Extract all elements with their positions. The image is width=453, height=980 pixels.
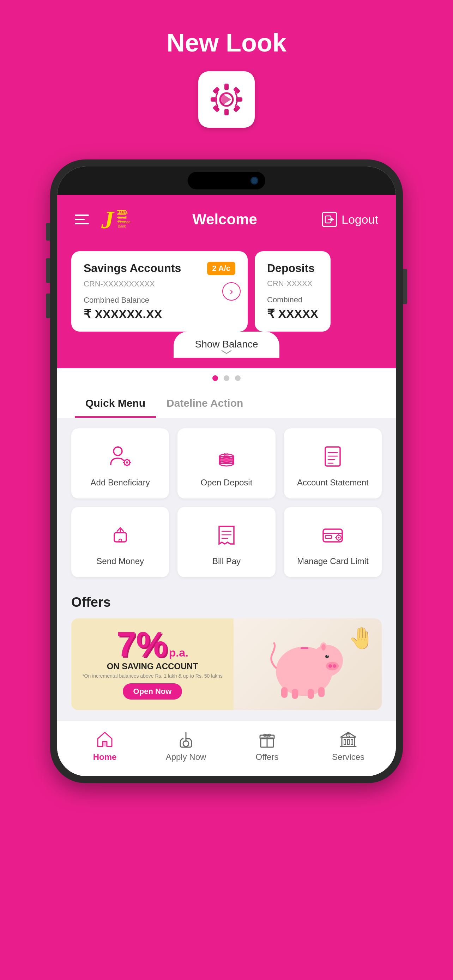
svg-point-52 [329,664,332,668]
svg-rect-72 [351,740,353,745]
open-deposit-icon: % [212,442,241,471]
tab-dateline-action[interactable]: Dateline Action [156,391,254,418]
card-header: Savings Accounts 2 A/c [84,262,235,275]
show-balance-button[interactable]: Show Balance [173,332,279,358]
svg-point-20 [114,447,122,455]
svg-point-44 [338,537,340,539]
deposits-card[interactable]: Deposits CRN-XXXXX Combined ₹ XXXXX [255,251,331,332]
deposits-type: Deposits [267,262,315,275]
app-header: J Jana Small Finance Bank [57,195,396,244]
chevron-down-icon [221,350,232,354]
send-money-button[interactable]: Send Money [71,507,169,577]
account-statement-icon [319,442,347,471]
account-crn: CRN-XXXXXXXXXX [84,279,235,289]
account-balance: ₹ XXXXXX.XX [84,307,235,321]
svg-point-51 [326,662,339,670]
header-left: J Jana Small Finance Bank [75,205,128,234]
add-beneficiary-button[interactable]: Add Beneficiary [71,428,169,498]
dateline-action-tab-label: Dateline Action [167,397,243,409]
nav-offers[interactable]: Offers [246,730,288,762]
nav-home[interactable]: Home [84,730,126,762]
offers-icon [257,730,277,749]
bank-logo-svg: J Jana Small Finance Bank [100,205,128,234]
open-deposit-label: Open Deposit [201,477,253,488]
svg-rect-1 [224,84,229,90]
hamburger-button[interactable] [75,215,89,224]
offers-section: Offers 7% p.a. ON SAVING ACCOUNT *On inc… [57,588,396,721]
volume-up-button [46,258,50,283]
deposits-crn: CRN-XXXXX [267,279,318,288]
svg-point-22 [126,461,128,463]
svg-rect-71 [348,740,349,745]
nav-services[interactable]: Services [327,730,369,762]
svg-rect-5 [212,86,220,94]
camera-dot [251,177,258,185]
add-beneficiary-label: Add Beneficiary [91,477,150,488]
carousel-dots [57,368,396,391]
svg-point-50 [311,645,343,677]
account-statement-button[interactable]: Account Statement [284,428,382,498]
manage-card-limit-button[interactable]: Manage Card Limit [284,507,382,577]
logout-label: Logout [342,213,378,226]
quick-menu-tab-label: Quick Menu [85,397,145,409]
accounts-scroll[interactable]: Savings Accounts 2 A/c CRN-XXXXXXXXXX Co… [57,251,396,332]
offers-banner[interactable]: 7% p.a. ON SAVING ACCOUNT *On incrementa… [71,619,382,710]
dot-1 [212,375,218,381]
piggy-bank-svg [262,625,353,703]
quick-menu-grid: Add Beneficiary % [57,418,396,588]
offer-left: 7% p.a. ON SAVING ACCOUNT *On incrementa… [71,619,234,710]
logout-arrow-icon [324,215,334,224]
nav-apply-now[interactable]: Apply Now [165,730,207,762]
nav-home-label: Home [93,752,117,762]
header-title: Welcome [192,211,257,228]
offer-percent: 7% [116,629,168,659]
offer-cta-button[interactable]: Open Now [123,683,183,700]
card-arrow[interactable]: › [222,282,241,301]
send-money-label: Send Money [96,555,144,566]
gear-settings-icon [207,80,246,119]
svg-point-55 [327,655,329,657]
offer-right: 🤚 [234,619,382,710]
manage-card-icon [319,521,347,549]
svg-rect-7 [212,105,220,112]
svg-rect-59 [281,687,288,698]
dot-2 [224,375,229,381]
svg-rect-8 [233,105,240,112]
svg-text:Small: Small [118,216,127,220]
logout-button[interactable]: Logout [322,212,378,227]
nav-apply-now-label: Apply Now [166,752,207,762]
home-icon [95,730,114,749]
account-statement-label: Account Statement [297,477,369,488]
svg-rect-60 [292,689,298,699]
phone-frame: J Jana Small Finance Bank [50,159,403,783]
account-badge: 2 A/c [207,262,235,275]
app-icon [198,71,255,128]
svg-text:Bank: Bank [118,224,126,228]
manage-card-limit-label: Manage Card Limit [297,555,369,566]
dynamic-island [188,172,265,189]
svg-text:Jana: Jana [118,210,128,215]
svg-text:Finance: Finance [118,220,130,224]
phone-screen: J Jana Small Finance Bank [57,167,396,776]
svg-rect-42 [325,536,332,538]
tab-quick-menu[interactable]: Quick Menu [75,391,156,418]
svg-point-54 [325,655,329,658]
savings-account-card[interactable]: Savings Accounts 2 A/c CRN-XXXXXXXXXX Co… [71,251,248,332]
svg-point-57 [321,644,326,651]
show-balance-row: Show Balance [57,332,396,368]
volume-down-button [46,294,50,318]
bill-pay-label: Bill Pay [212,555,241,566]
app-icon-inner [203,76,250,123]
bank-logo: J Jana Small Finance Bank [100,205,128,234]
bill-pay-button[interactable]: Bill Pay [178,507,275,577]
silent-button [46,223,50,240]
bill-pay-icon [212,521,241,549]
page-wrapper: New Look [0,0,453,980]
balance-label: Combined Balance [84,296,235,305]
open-deposit-button[interactable]: % Open Deposit [178,428,275,498]
bottom-nav: Home Apply Now [57,721,396,776]
apply-now-icon [176,730,196,749]
deposits-header: Deposits [267,262,318,275]
page-title: New Look [167,28,286,57]
accounts-section: Savings Accounts 2 A/c CRN-XXXXXXXXXX Co… [57,244,396,368]
